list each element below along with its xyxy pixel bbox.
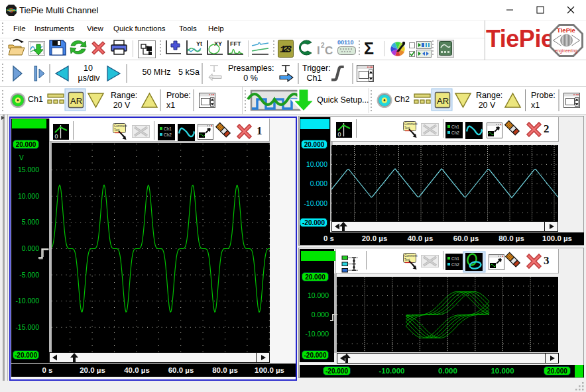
- svg-text:Ch2: Ch2: [451, 262, 459, 267]
- svg-text:Comment: Comment: [404, 254, 418, 258]
- svg-text:Ch1: Ch1: [451, 256, 459, 261]
